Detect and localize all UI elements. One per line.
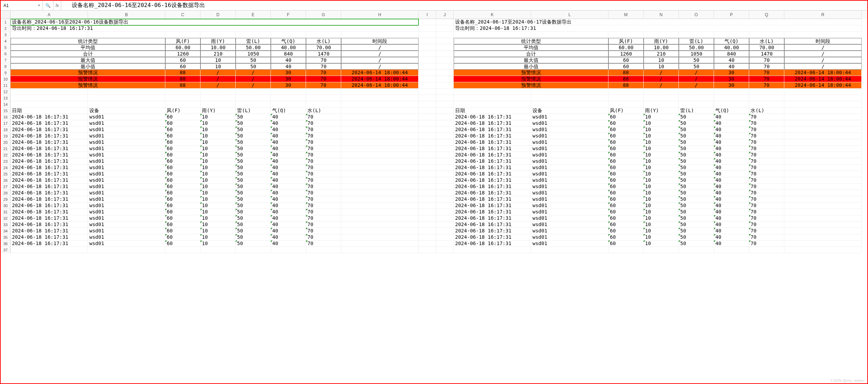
cell[interactable]: / [236,70,271,76]
cell[interactable] [608,89,644,95]
cell[interactable]: 2024-06-18 16:17:31 [454,146,531,152]
cell[interactable]: 10 [200,146,236,152]
cell[interactable] [531,101,608,108]
cell[interactable]: 10 [200,165,236,171]
cell[interactable]: 40 [714,146,749,152]
cell[interactable] [784,184,862,190]
cell[interactable]: 10 [200,196,236,203]
cell[interactable]: 88 [608,82,644,89]
cell[interactable]: 2024-06-18 16:17:31 [11,177,88,184]
cell[interactable]: 40 [271,114,306,120]
cell[interactable]: / [644,70,679,76]
cell[interactable] [531,247,608,253]
cell[interactable] [608,95,644,101]
cell[interactable] [341,222,419,228]
cell[interactable]: 40 [714,241,749,247]
cell[interactable]: 40 [714,63,749,70]
cell[interactable]: 导出时间：2024-06-18 16:17:31 [454,25,862,32]
cell[interactable]: 平均值 [11,44,165,51]
row-header-13[interactable]: 13 [1,95,11,101]
cell[interactable]: 10 [644,241,679,247]
cell[interactable] [436,190,454,196]
cell[interactable]: 50 [679,177,714,184]
cell[interactable]: / [679,82,714,89]
cell[interactable]: 70 [306,209,341,215]
cell[interactable]: wsd01 [531,127,608,133]
cell[interactable] [341,190,419,196]
cell[interactable]: 1470 [306,51,341,57]
cell[interactable] [608,101,644,108]
cell[interactable]: 50 [236,139,271,146]
cell[interactable] [749,32,784,38]
cell[interactable]: 60 [608,203,644,209]
cell[interactable]: 50 [236,120,271,127]
cell[interactable]: 风(F) [608,38,644,44]
cell[interactable]: wsd01 [531,222,608,228]
cell[interactable] [341,133,419,139]
cell[interactable]: 50 [679,146,714,152]
cell[interactable]: wsd01 [88,171,165,177]
cell[interactable]: 10 [200,215,236,222]
cell[interactable]: 10 [200,63,236,70]
cell[interactable] [749,101,784,108]
cell[interactable]: 60 [165,146,200,152]
cell[interactable]: 2024-06-18 16:17:31 [11,196,88,203]
cell[interactable]: 70 [749,63,784,70]
cell[interactable]: wsd01 [88,184,165,190]
cell[interactable]: 雨(Y) [644,38,679,44]
cell[interactable] [165,95,200,101]
cell[interactable] [341,127,419,133]
cell[interactable] [306,95,341,101]
cell[interactable]: 60 [165,215,200,222]
cell[interactable]: 60 [165,63,200,70]
cell[interactable] [271,95,306,101]
cell[interactable]: 50 [236,184,271,190]
cell[interactable]: 40 [714,158,749,165]
cell[interactable]: 10 [200,139,236,146]
cell[interactable]: 气(Q) [714,38,749,44]
cell[interactable]: 雨(Y) [644,108,679,114]
cell[interactable]: 210 [200,51,236,57]
cell[interactable]: 40 [714,152,749,158]
cell[interactable]: 50 [236,228,271,234]
cell[interactable]: 60 [165,228,200,234]
row-header-6[interactable]: 6 [1,51,11,57]
cell[interactable]: 50 [236,203,271,209]
cell[interactable]: wsd01 [88,196,165,203]
cell[interactable] [784,190,862,196]
cell[interactable]: wsd01 [531,114,608,120]
cell[interactable] [784,222,862,228]
cell[interactable]: 40 [714,139,749,146]
cell[interactable]: 88 [165,82,200,89]
cell[interactable] [341,32,419,38]
cell[interactable]: 40 [271,177,306,184]
cell[interactable] [454,95,531,101]
cell[interactable]: 60 [608,165,644,171]
cell[interactable] [436,25,454,32]
column-header-M[interactable]: M [608,11,644,19]
cell[interactable] [436,133,454,139]
cell[interactable]: 40 [714,203,749,209]
cell[interactable]: wsd01 [88,120,165,127]
cell[interactable] [784,247,862,253]
cell[interactable] [11,101,88,108]
cell[interactable] [341,241,419,247]
cell[interactable]: 70 [749,241,784,247]
cell[interactable]: 50 [236,63,271,70]
row-header-11[interactable]: 11 [1,82,11,89]
cell[interactable] [419,196,436,203]
cell[interactable]: 70 [749,127,784,133]
cell[interactable] [436,38,454,44]
cell[interactable]: wsd01 [88,139,165,146]
cell[interactable] [236,247,271,253]
cell[interactable] [679,101,714,108]
cell[interactable]: 70 [306,76,341,82]
cell[interactable]: 设备 [531,108,608,114]
cell[interactable]: 40 [271,190,306,196]
cell[interactable]: 70 [749,228,784,234]
cell[interactable]: 40 [271,146,306,152]
cell[interactable]: 2024-06-18 16:17:31 [11,120,88,127]
cell[interactable]: wsd01 [88,152,165,158]
cell[interactable]: 50 [236,146,271,152]
cell[interactable]: 50 [679,57,714,63]
